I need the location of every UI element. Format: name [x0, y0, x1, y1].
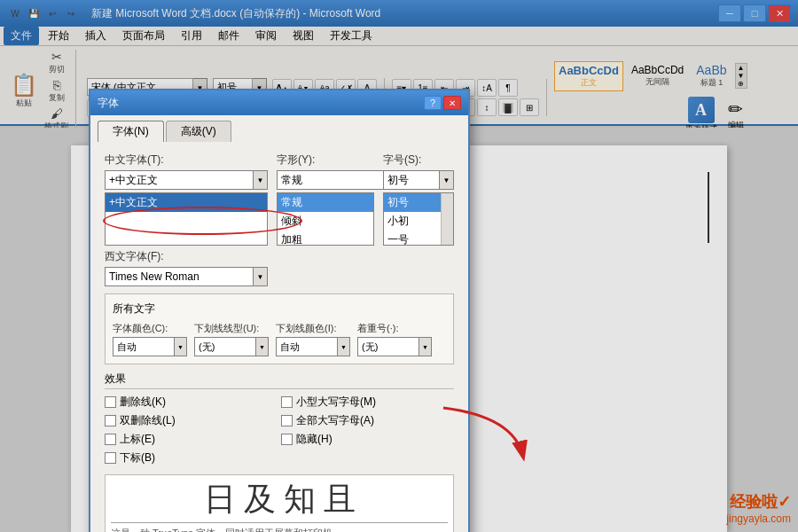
- dialog-title: 字体: [98, 96, 119, 111]
- chinese-font-label: 中文字体(T):: [105, 153, 268, 168]
- strikethrough-checkbox[interactable]: [105, 396, 116, 408]
- underline-style-input[interactable]: [194, 337, 256, 356]
- small-caps-label: 小型大写字母(M): [296, 395, 376, 410]
- small-caps-effect: 小型大写字母(M): [281, 395, 454, 410]
- western-font-row: 西文字体(F): ▼: [105, 249, 454, 286]
- size-input[interactable]: [383, 170, 440, 190]
- subscript-effect: 下标(B): [105, 450, 278, 466]
- western-font-field: 西文字体(F): ▼: [105, 249, 268, 286]
- tab-advanced[interactable]: 高级(V): [166, 121, 231, 142]
- hidden-label: 隐藏(H): [296, 432, 332, 447]
- font-color-label: 字体颜色(C):: [113, 322, 187, 335]
- western-font-selector[interactable]: ▼: [105, 267, 268, 286]
- superscript-checkbox[interactable]: [105, 434, 116, 445]
- chinese-font-selector[interactable]: ▼: [105, 170, 268, 190]
- all-caps-checkbox[interactable]: [281, 415, 293, 426]
- font-dialog: 字体 ? ✕ 字体(N) 高级(V) 中文字体(T): ▼: [89, 89, 470, 532]
- preview-text: 日 及 知 且: [111, 481, 448, 523]
- small-caps-checkbox[interactable]: [281, 396, 293, 408]
- dialog-title-bar: 字体 ? ✕: [90, 90, 468, 115]
- size-listbox[interactable]: 初号 小初 一号: [383, 192, 454, 246]
- size-selector[interactable]: ▼: [383, 170, 454, 190]
- style-listbox[interactable]: 常规 倾斜 加粗: [277, 192, 374, 246]
- emphasis-label: 着重号(·):: [357, 322, 432, 335]
- font-color-input[interactable]: [113, 337, 175, 356]
- dialog-body: 中文字体(T): ▼ +中文正文 字形(Y): ▼: [90, 142, 468, 532]
- all-text-title: 所有文字: [113, 301, 446, 317]
- preview-section: 日 及 知 且 这是一种 TrueType 字体，同时适用于屏幕和打印机。: [105, 474, 454, 532]
- dialog-close-btn[interactable]: ✕: [443, 96, 461, 110]
- hidden-effect: 隐藏(H): [281, 432, 454, 447]
- style-item-bold[interactable]: 加粗: [278, 231, 373, 246]
- underline-style-arrow[interactable]: ▼: [256, 337, 269, 356]
- western-font-input[interactable]: [105, 267, 254, 286]
- emphasis-selector[interactable]: ▼: [357, 337, 432, 356]
- font-color-arrow[interactable]: ▼: [175, 337, 187, 356]
- size-field: 字号(S): ▼ 初号 小初 一号: [383, 153, 454, 246]
- all-caps-label: 全部大写字母(A): [296, 413, 374, 428]
- double-strikethrough-checkbox[interactable]: [105, 415, 116, 426]
- all-caps-effect: 全部大写字母(A): [281, 413, 454, 428]
- style-item-regular[interactable]: 常规: [278, 193, 373, 212]
- font-color-field: 字体颜色(C): ▼: [113, 322, 187, 356]
- effects-title: 效果: [105, 372, 454, 389]
- style-label: 字形(Y):: [277, 153, 374, 168]
- double-strikethrough-label: 双删除线(L): [120, 413, 176, 428]
- all-text-section: 所有文字 字体颜色(C): ▼ 下划线线型(U):: [105, 293, 454, 364]
- size-label: 字号(S):: [383, 153, 454, 168]
- chinese-font-dropdown-arrow[interactable]: ▼: [254, 170, 268, 190]
- emphasis-arrow[interactable]: ▼: [419, 337, 432, 356]
- chinese-font-listbox[interactable]: +中文正文: [105, 192, 268, 246]
- western-font-label: 西文字体(F):: [105, 249, 268, 264]
- underline-color-arrow[interactable]: ▼: [338, 337, 350, 356]
- underline-color-label: 下划线颜色(I):: [276, 322, 350, 335]
- strikethrough-effect: 删除线(K): [105, 395, 278, 410]
- underline-style-field: 下划线线型(U): ▼: [194, 322, 269, 356]
- style-field: 字形(Y): ▼ 常规 倾斜 加粗: [277, 153, 374, 246]
- western-font-dropdown-arrow[interactable]: ▼: [254, 267, 268, 286]
- underline-color-selector[interactable]: ▼: [276, 337, 350, 356]
- underline-style-selector[interactable]: ▼: [194, 337, 269, 356]
- all-text-row: 字体颜色(C): ▼ 下划线线型(U): ▼: [113, 322, 446, 356]
- superscript-label: 上标(E): [120, 432, 155, 447]
- subscript-checkbox[interactable]: [105, 452, 116, 464]
- subscript-label: 下标(B): [120, 450, 155, 466]
- emphasis-field: 着重号(·): ▼: [357, 322, 432, 356]
- effects-grid: 删除线(K) 小型大写字母(M) 双删除线(L) 全部大写字母(A): [105, 395, 454, 466]
- size-scrollbar[interactable]: [441, 193, 453, 245]
- chinese-font-item-0[interactable]: +中文正文: [106, 193, 267, 212]
- effects-section: 效果 删除线(K) 小型大写字母(M) 双删除线(L): [105, 372, 454, 466]
- font-color-selector[interactable]: ▼: [113, 337, 187, 356]
- chinese-font-field: 中文字体(T): ▼ +中文正文: [105, 153, 268, 246]
- preview-desc: 这是一种 TrueType 字体，同时适用于屏幕和打印机。: [111, 527, 448, 532]
- dialog-help-btn[interactable]: ?: [424, 96, 442, 110]
- superscript-effect: 上标(E): [105, 432, 278, 447]
- style-item-italic[interactable]: 倾斜: [278, 212, 373, 231]
- dialog-overlay: 字体 ? ✕ 字体(N) 高级(V) 中文字体(T): ▼: [0, 0, 798, 532]
- dialog-title-controls: ? ✕: [424, 96, 461, 110]
- underline-color-field: 下划线颜色(I): ▼: [276, 322, 350, 356]
- underline-color-input[interactable]: [276, 337, 338, 356]
- double-strikethrough-effect: 双删除线(L): [105, 413, 278, 428]
- hidden-checkbox[interactable]: [281, 434, 293, 445]
- tab-font[interactable]: 字体(N): [98, 121, 164, 142]
- font-fields-row: 中文字体(T): ▼ +中文正文 字形(Y): ▼: [105, 153, 454, 246]
- emphasis-input[interactable]: [357, 337, 419, 356]
- size-dropdown-arrow[interactable]: ▼: [440, 170, 454, 190]
- style-selector[interactable]: ▼: [277, 170, 374, 190]
- strikethrough-label: 删除线(K): [120, 395, 166, 410]
- dialog-tabs: 字体(N) 高级(V): [90, 115, 468, 142]
- chinese-font-input[interactable]: [105, 170, 254, 190]
- underline-style-label: 下划线线型(U):: [194, 322, 269, 335]
